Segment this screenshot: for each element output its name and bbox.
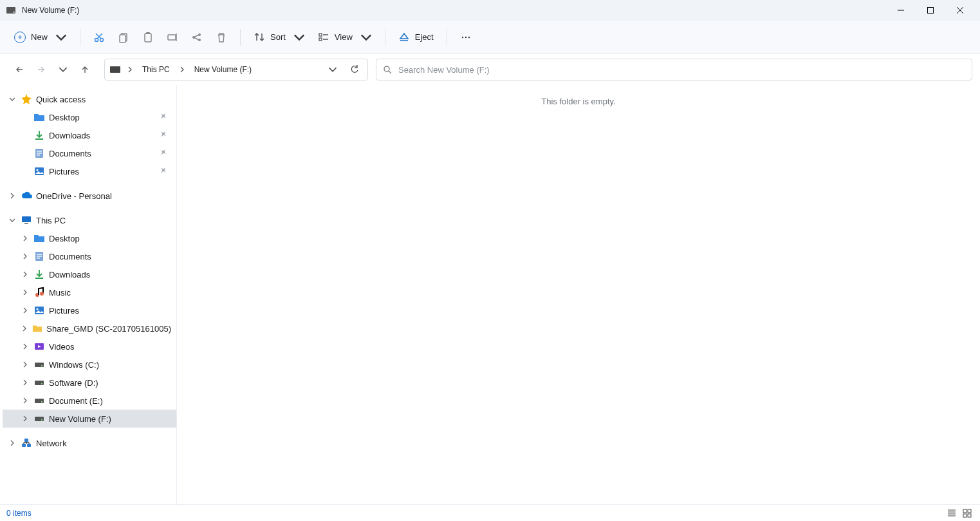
navigation-pane[interactable]: Quick access Desktop Downloads Documents	[0, 85, 177, 504]
rename-icon	[167, 32, 178, 43]
music-icon	[33, 287, 45, 298]
pc-icon	[21, 214, 32, 226]
address-bar[interactable]: This PC New Volume (F:)	[104, 59, 368, 81]
tree-item-downloads[interactable]: Downloads	[3, 265, 176, 283]
breadcrumb-sep[interactable]	[124, 59, 136, 80]
tree-item-documents[interactable]: Documents	[3, 247, 176, 265]
copy-icon	[118, 32, 129, 43]
picture-icon	[33, 166, 45, 177]
pin-icon	[160, 149, 167, 158]
plus-icon: +	[14, 32, 26, 43]
recent-dropdown[interactable]	[54, 61, 72, 79]
up-button[interactable]	[76, 61, 94, 79]
minimize-button[interactable]	[886, 0, 916, 21]
chevron-down-icon	[360, 32, 372, 43]
tree-quick-access[interactable]: Quick access	[3, 90, 176, 108]
tree-item-share[interactable]: Share_GMD (SC-201705161005)	[3, 319, 176, 337]
tree-onedrive[interactable]: OneDrive - Personal	[3, 187, 176, 205]
breadcrumb-current[interactable]: New Volume (F:)	[192, 59, 254, 80]
expand-icon[interactable]	[21, 288, 30, 297]
tree-item-music[interactable]: Music	[3, 283, 176, 301]
view-icon	[318, 32, 329, 43]
breadcrumb-sep[interactable]	[176, 59, 188, 80]
share-icon	[191, 32, 203, 43]
expand-icon[interactable]	[21, 324, 28, 333]
expand-icon[interactable]	[8, 439, 17, 448]
sort-icon	[254, 32, 265, 43]
tree-item-desktop[interactable]: Desktop	[3, 108, 176, 126]
expand-icon[interactable]	[21, 360, 30, 369]
tree-item-videos[interactable]: Videos	[3, 337, 176, 355]
more-icon	[460, 32, 472, 43]
tree-item-drive-d[interactable]: Software (D:)	[3, 374, 176, 392]
eject-button[interactable]: Eject	[392, 26, 440, 49]
large-icons-view-button[interactable]	[961, 508, 974, 518]
expand-icon[interactable]	[8, 191, 17, 200]
search-input[interactable]	[398, 65, 965, 75]
tree-item-drive-f[interactable]: New Volume (F:)	[3, 410, 176, 428]
tree-item-downloads[interactable]: Downloads	[3, 126, 176, 144]
pin-icon	[160, 131, 167, 140]
drive-icon	[33, 413, 45, 424]
refresh-button[interactable]	[346, 61, 364, 79]
folder-icon	[32, 323, 42, 334]
collapse-icon[interactable]	[8, 216, 17, 225]
title-bar: New Volume (F:)	[0, 0, 980, 21]
view-label: View	[335, 32, 353, 42]
toolbar: + New Sort View Eject	[0, 21, 980, 54]
collapse-icon[interactable]	[8, 95, 17, 104]
item-count: 0 items	[6, 509, 32, 518]
delete-button[interactable]	[209, 26, 234, 49]
tree-this-pc[interactable]: This PC	[3, 211, 176, 229]
tree-item-drive-e[interactable]: Document (E:)	[3, 392, 176, 410]
drive-icon	[110, 66, 120, 73]
breadcrumb-this-pc[interactable]: This PC	[140, 59, 172, 80]
drive-icon	[33, 359, 45, 370]
folder-icon	[33, 232, 45, 244]
forward-button[interactable]	[32, 61, 50, 79]
expand-icon[interactable]	[21, 342, 30, 351]
new-button[interactable]: + New	[8, 26, 73, 49]
copy-button[interactable]	[111, 26, 136, 49]
content-pane[interactable]: This folder is empty.	[177, 85, 980, 504]
status-bar: 0 items	[0, 504, 980, 521]
folder-icon	[33, 111, 45, 123]
picture-icon	[33, 305, 45, 316]
view-button[interactable]: View	[311, 26, 378, 49]
more-button[interactable]	[454, 26, 478, 49]
download-icon	[33, 129, 45, 141]
close-button[interactable]	[945, 0, 975, 21]
tree-item-drive-c[interactable]: Windows (C:)	[3, 355, 176, 374]
tree-network[interactable]: Network	[3, 434, 176, 452]
drive-icon	[6, 7, 15, 14]
tree-item-pictures[interactable]: Pictures	[3, 301, 176, 319]
expand-icon[interactable]	[21, 306, 30, 315]
cloud-icon	[21, 190, 32, 202]
expand-icon[interactable]	[21, 234, 30, 243]
expand-icon[interactable]	[21, 378, 30, 387]
expand-icon[interactable]	[21, 252, 30, 261]
share-button[interactable]	[185, 26, 209, 49]
expand-icon[interactable]	[21, 396, 30, 405]
network-icon	[21, 437, 32, 449]
rename-button[interactable]	[160, 26, 185, 49]
window-title: New Volume (F:)	[22, 6, 79, 15]
tree-item-documents[interactable]: Documents	[3, 144, 176, 162]
tree-item-pictures[interactable]: Pictures	[3, 162, 176, 180]
maximize-button[interactable]	[916, 0, 945, 21]
sort-label: Sort	[270, 32, 286, 42]
pin-icon	[160, 113, 167, 122]
details-view-button[interactable]	[945, 508, 958, 518]
cut-button[interactable]	[87, 26, 111, 49]
download-icon	[33, 269, 45, 280]
expand-icon[interactable]	[21, 270, 30, 279]
sort-button[interactable]: Sort	[247, 26, 311, 49]
tree-item-desktop[interactable]: Desktop	[3, 229, 176, 247]
address-dropdown[interactable]	[324, 61, 342, 79]
drive-icon	[33, 377, 45, 388]
back-button[interactable]	[10, 61, 28, 79]
search-bar[interactable]	[376, 59, 972, 81]
paste-button[interactable]	[136, 26, 160, 49]
expand-icon[interactable]	[21, 414, 30, 423]
eject-icon	[398, 32, 410, 43]
